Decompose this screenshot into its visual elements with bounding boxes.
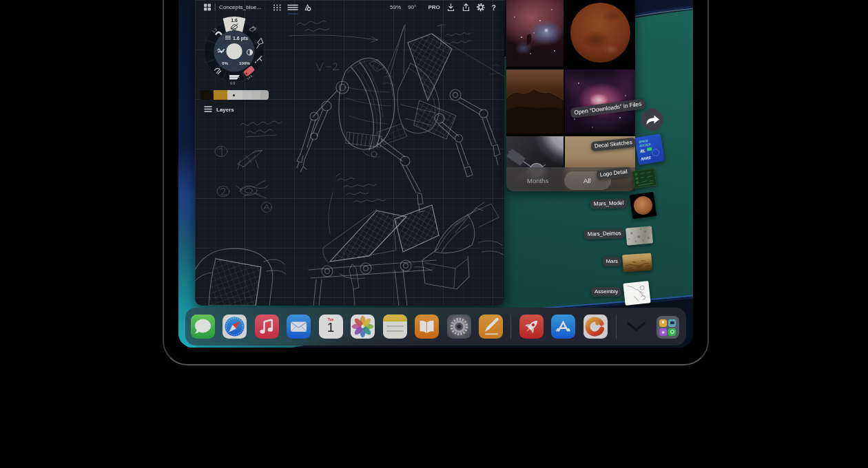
- svg-text:MARS: MARS: [640, 155, 651, 161]
- svg-text:RL: RL: [640, 148, 645, 153]
